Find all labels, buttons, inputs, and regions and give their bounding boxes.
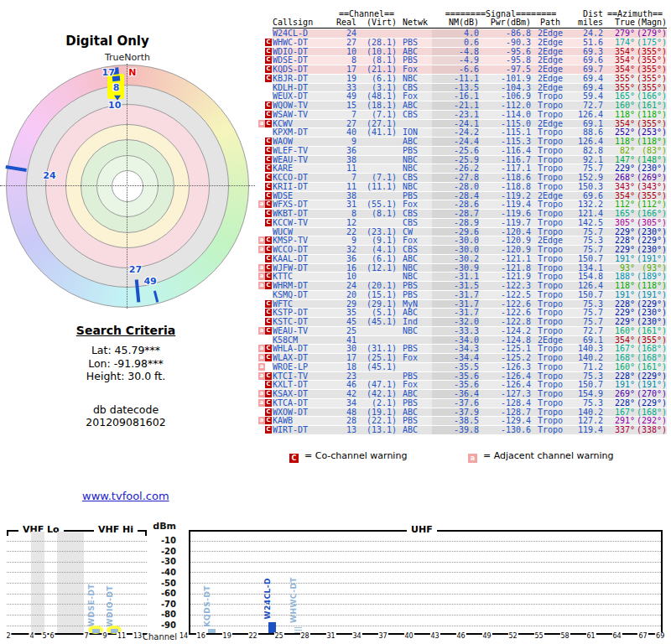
cell-network: PBS [397,345,432,353]
cell-callsign[interactable]: WEUX-DT [273,92,336,101]
cell-callsign[interactable]: WFXS-DT [273,200,336,209]
cell-callsign[interactable]: WROE-LP [273,363,336,371]
cell-noise-margin: -24.2 [432,128,479,137]
cell-callsign[interactable]: KAWB [273,417,336,425]
cell-path: 2Edge [531,75,570,83]
cell-callsign[interactable]: KRII-DT [273,183,336,191]
cell-real-channel: 31 [336,200,356,209]
cell-distance: 75.3 [570,300,603,309]
cell-callsign[interactable]: WEAU-TV [273,156,336,164]
cell-callsign[interactable]: KSTC-DT [273,318,336,326]
cell-virtual-channel: (8.1) [356,56,397,65]
dbm-tick-label: -40 [141,568,176,577]
cell-callsign[interactable]: WDSE [273,192,336,200]
cell-true-azimuth: 229° [603,164,635,173]
channel-tick-label: 34 [352,632,362,640]
cell-callsign[interactable]: KQDS-DT [273,65,336,74]
cell-callsign[interactable]: WHWC-DT [273,39,336,47]
cell-path: Tropo [531,300,570,309]
cell-callsign[interactable]: WHRM-DT [273,282,336,290]
cell-callsign[interactable]: WDSE-DT [273,56,336,65]
cell-callsign[interactable]: KCCW-TV [273,219,336,227]
cell-callsign[interactable]: WEAU-TV [273,327,336,335]
cell-true-azimuth: 354° [603,48,635,56]
polar-channel-label: 8 [113,81,120,92]
cell-noise-margin: -35.5 [432,363,479,371]
cell-callsign[interactable]: KCCO-DT [273,174,336,182]
cell-power: -117.1 [479,164,531,173]
cell-callsign[interactable]: W24CL-D [273,29,336,38]
cell-callsign[interactable]: WXOW-DT [273,408,336,417]
cell-callsign[interactable]: WKBT-DT [273,210,336,218]
cell-callsign[interactable]: KCWV [273,120,336,128]
dbm-tick-label: -20 [141,547,176,556]
cell-distance: 132.2 [570,200,603,209]
cell-callsign[interactable]: KDLH-DT [273,84,336,92]
cell-callsign[interactable]: WSAW-TV [273,111,336,119]
cell-noise-margin: 0.6 [432,39,479,47]
cell-virtual-channel [356,336,397,345]
cell-callsign[interactable]: WAOW [273,138,336,146]
cell-callsign[interactable]: WLEF-TV [273,147,336,155]
channel-axis-label: Channel [143,632,181,641]
vhf-panel: VHF Lo VHF Hi WDSE-DTWDIO-DT [7,530,147,635]
cell-virtual-channel: (12.1) [356,264,397,273]
dbm-gridline [7,583,147,584]
cell-path: 2Edge [531,48,570,56]
channel-tick-label: 64 [611,632,622,640]
cell-callsign[interactable]: KAAL-DT [273,255,336,263]
table-row: CKCCW-TV12CBS-28.9-119.7Tropo142.5305°(3… [273,219,667,228]
cell-path: Tropo [531,255,570,263]
cell-callsign[interactable]: KXLT-DT [273,381,336,389]
cell-noise-margin: -4.8 [432,48,479,56]
channel-tick-label: 19 [222,632,232,640]
cell-real-channel: 40 [336,128,356,137]
cell-callsign[interactable]: WJFW-DT [273,264,336,273]
cell-power: -106.9 [479,92,531,101]
cell-magnetic-azimuth: (279°) [635,29,667,38]
cell-callsign[interactable]: WLAX-DT [273,354,336,362]
cell-magnetic-azimuth: (305°) [635,219,667,227]
cell-path: Tropo [531,282,570,290]
cell-path: Tropo [531,417,570,425]
cell-callsign[interactable]: WFTC [273,300,336,309]
cell-callsign[interactable]: KMSP-TV [273,236,336,245]
cell-callsign[interactable]: KTCI-TV [273,372,336,381]
table-row: CWSAW-TV7(7.1)CBS-23.1-114.0Tropo126.411… [273,111,667,120]
cell-network: NBC [397,183,432,191]
table-row: KSMQ-DT20(15.1)PBS-31.7-122.5Tropo150.71… [273,291,667,300]
cell-callsign[interactable]: KSMQ-DT [273,291,336,299]
channel-tick-label: 2 [5,632,11,640]
cell-callsign[interactable]: KARE [273,164,336,173]
cell-callsign[interactable]: WDIO-DT [273,48,336,56]
channel-tick-label: 11 [117,632,127,640]
cell-distance: 92.1 [570,156,603,164]
cell-magnetic-azimuth: (355°) [635,48,667,56]
cell-callsign[interactable]: WIRT-DT [273,426,336,434]
cell-callsign[interactable]: KTCA-DT [273,399,336,408]
cell-magnetic-azimuth: (161°) [635,101,667,110]
cell-distance: 75.7 [570,309,603,317]
cell-distance: 75.3 [570,399,603,408]
cell-callsign[interactable]: K58CM [273,336,336,345]
cell-network: CBS [397,246,432,254]
cell-callsign[interactable]: KTTC [273,273,336,281]
cell-callsign[interactable]: WQOW-TV [273,101,336,110]
cell-virtual-channel [356,138,397,146]
cell-callsign[interactable]: WUCW [273,228,336,236]
cell-callsign[interactable]: KBJR-DT [273,75,336,83]
cell-callsign[interactable]: KPXM-DT [273,128,336,137]
cell-callsign[interactable]: WCCO-DT [273,246,336,254]
adjacent-channel-warning-icon: a [258,264,265,272]
polar-channel-label: 10 [108,100,121,111]
dbm-tick-label: -90 [141,621,176,630]
channel-tick-label: 7 [83,632,89,640]
cell-real-channel: 17 [336,65,356,74]
cell-callsign[interactable]: WHLA-DT [273,345,336,353]
cell-callsign[interactable]: KSAX-DT [273,390,336,398]
table-row: aCKTCA-DT34(2.1)PBS-37.6-128.4Tropo75.32… [273,399,667,408]
cell-callsign[interactable]: KSTP-DT [273,309,336,317]
cell-path: Tropo [531,372,570,381]
channel-tick-label: 22 [248,632,258,640]
tvfool-link[interactable]: www.tvfool.com [82,490,169,502]
